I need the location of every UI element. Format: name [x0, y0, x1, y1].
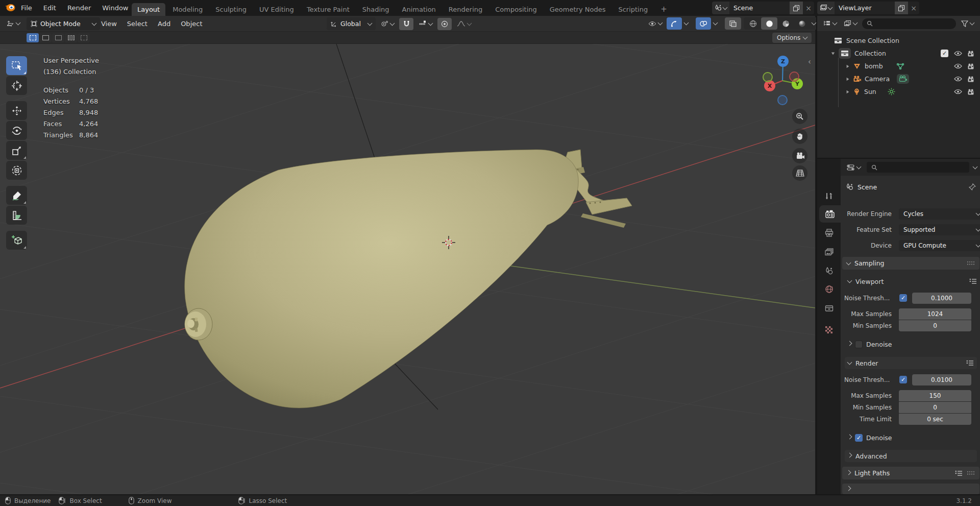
viewport-3d[interactable]: User Perspective (136) Collection Object… — [0, 44, 815, 494]
sampling-panel-header[interactable]: Sampling — [842, 257, 979, 270]
light-paths-panel-header[interactable]: Light Paths — [842, 467, 979, 479]
disable-render-camera-icon[interactable] — [967, 63, 975, 69]
menu-render[interactable]: Render — [62, 0, 96, 16]
tab-texture-properties[interactable] — [817, 321, 841, 339]
hide-eye-icon[interactable] — [954, 76, 962, 82]
select-mode-intersect-button[interactable] — [78, 33, 90, 42]
gizmo-axis-x-neg[interactable] — [789, 71, 799, 82]
select-mode-subtract-button[interactable] — [52, 33, 64, 42]
menu-window[interactable]: Window — [96, 0, 134, 16]
navigation-gizmo[interactable]: Z X Y — [756, 49, 813, 105]
presets-icon[interactable] — [966, 360, 974, 366]
drag-dots-icon[interactable] — [967, 471, 975, 475]
sidebar-toggle[interactable]: ‹ — [808, 57, 811, 66]
menu-object[interactable]: Object — [176, 16, 207, 32]
disclosure-expanded-icon[interactable] — [831, 52, 835, 55]
outliner-row-scene-collection[interactable]: Scene Collection — [817, 34, 980, 47]
feature-set-dropdown[interactable]: Supported — [899, 224, 980, 235]
outliner-row-bomb[interactable]: bomb — [817, 60, 980, 73]
disclosure-collapsed-icon[interactable] — [847, 64, 849, 67]
blender-logo-icon[interactable] — [5, 3, 16, 12]
menu-edit[interactable]: Edit — [38, 0, 62, 16]
shading-rendered-button[interactable] — [794, 17, 810, 30]
menu-select[interactable]: Select — [122, 16, 153, 32]
disclosure-collapsed-icon[interactable] — [847, 90, 849, 93]
pin-icon[interactable] — [969, 183, 976, 190]
render-min-samples-field[interactable]: 0 — [899, 402, 971, 413]
show-gizmo-toggle[interactable] — [667, 17, 682, 30]
mode-selector[interactable]: Object Mode — [27, 17, 100, 30]
tool-move[interactable] — [6, 101, 27, 120]
tab-shading[interactable]: Shading — [357, 3, 395, 16]
render-noise-threshold-field[interactable]: 0.0100 — [912, 374, 971, 385]
scene-selector[interactable]: Scene × — [712, 2, 814, 14]
noise-threshold-field[interactable]: 0.1000 — [912, 293, 971, 304]
tab-uv-editing[interactable]: UV Editing — [254, 3, 300, 16]
tab-scene-properties[interactable] — [817, 262, 841, 279]
tab-texture-paint[interactable]: Texture Paint — [301, 3, 355, 16]
device-dropdown[interactable]: GPU Compute — [899, 240, 980, 251]
shading-solid-button[interactable] — [761, 17, 777, 30]
outliner-row-collection[interactable]: Collection ✓ — [817, 47, 980, 60]
disclosure-collapsed-icon[interactable] — [847, 77, 849, 80]
viewport-denoise-checkbox[interactable] — [855, 341, 863, 348]
pivot-point-dropdown[interactable] — [379, 18, 396, 30]
tab-world-properties[interactable] — [817, 280, 841, 298]
drag-dots-icon[interactable] — [967, 261, 975, 266]
tab-collection-properties[interactable] — [817, 300, 841, 317]
volumes-panel-header-clipped[interactable] — [842, 484, 979, 494]
tab-compositing[interactable]: Compositing — [489, 3, 543, 16]
render-engine-dropdown[interactable]: Cycles — [899, 208, 980, 220]
outliner-editor-type-button[interactable] — [821, 17, 839, 30]
scene-name[interactable]: Scene — [729, 4, 790, 12]
tab-geometry-nodes[interactable]: Geometry Nodes — [544, 3, 611, 16]
close-viewlayer-icon[interactable]: × — [908, 4, 919, 12]
render-denoise-checkbox[interactable]: ✓ — [855, 434, 863, 442]
options-button[interactable]: Options — [772, 33, 812, 43]
zoom-view-button[interactable] — [792, 109, 807, 124]
xray-toggle[interactable] — [725, 17, 741, 30]
add-workspace-button[interactable]: + — [655, 3, 673, 16]
tab-animation[interactable]: Animation — [397, 3, 442, 16]
tab-tool-properties[interactable] — [817, 187, 841, 205]
gizmo-axis-z-neg[interactable] — [777, 95, 788, 105]
tab-viewlayer-properties[interactable] — [817, 243, 841, 260]
outliner-filter-button[interactable] — [959, 17, 976, 30]
select-mode-invert-button[interactable] — [65, 33, 77, 42]
viewlayer-name[interactable]: ViewLayer — [835, 4, 895, 12]
gizmo-axis-z[interactable]: Z — [777, 56, 789, 67]
tab-sculpting[interactable]: Sculpting — [210, 3, 252, 16]
editor-type-button[interactable] — [4, 17, 22, 30]
render-max-samples-field[interactable]: 150 — [899, 390, 971, 401]
tab-render-properties[interactable] — [819, 205, 841, 223]
max-samples-field[interactable]: 1024 — [899, 308, 971, 320]
tab-rendering[interactable]: Rendering — [443, 3, 488, 16]
select-mode-set-button[interactable] — [27, 33, 39, 42]
tab-scripting[interactable]: Scripting — [612, 3, 653, 16]
collection-exclude-checkbox[interactable]: ✓ — [941, 50, 948, 57]
tool-select-box[interactable] — [6, 56, 27, 75]
sampling-viewport-subpanel[interactable]: Viewport — [848, 275, 977, 287]
render-denoise-subpanel[interactable]: ✓ Denoise — [848, 432, 892, 443]
proportional-editing-toggle[interactable] — [437, 18, 452, 30]
outliner-search[interactable] — [862, 18, 956, 29]
transform-orientation-dropdown[interactable]: Global — [327, 17, 376, 30]
tool-add-cube[interactable] — [6, 231, 27, 250]
menu-add[interactable]: Add — [153, 16, 176, 32]
select-mode-extend-button[interactable] — [39, 33, 52, 42]
noise-threshold-checkbox[interactable]: ✓ — [899, 294, 907, 302]
properties-search[interactable] — [867, 162, 969, 173]
tool-annotate[interactable] — [6, 186, 27, 205]
presets-icon[interactable] — [969, 278, 977, 284]
menu-file[interactable]: File — [15, 0, 38, 16]
shading-wireframe-button[interactable] — [745, 17, 761, 30]
shading-material-button[interactable] — [777, 17, 794, 30]
viewlayer-selector[interactable]: ViewLayer × — [817, 2, 919, 14]
properties-editor-type-button[interactable] — [845, 161, 863, 174]
hide-eye-icon[interactable] — [954, 63, 962, 69]
tool-scale[interactable] — [6, 141, 27, 160]
object-visibility-dropdown[interactable] — [646, 17, 664, 30]
close-scene-icon[interactable]: × — [803, 4, 814, 12]
disable-render-camera-icon[interactable] — [967, 51, 975, 57]
snap-toggle[interactable] — [399, 18, 413, 30]
